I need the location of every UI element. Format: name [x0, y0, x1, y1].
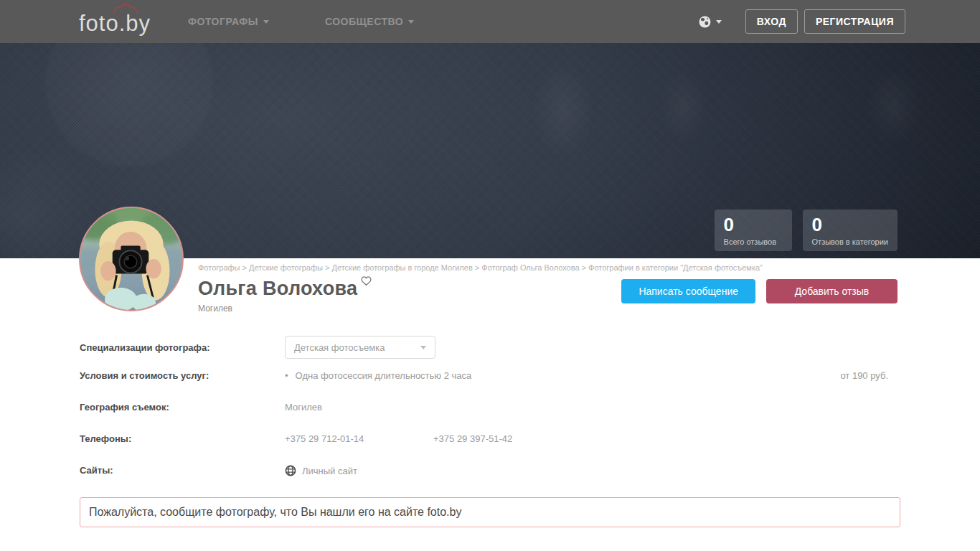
stat-label: Всего отзывов [724, 237, 783, 246]
detail-row-phones: Телефоны: +375 29 712-01-14 +375 29 397-… [80, 433, 900, 444]
register-button[interactable]: РЕГИСТРАЦИЯ [804, 9, 905, 34]
site-link-label: Личный сайт [302, 466, 357, 476]
detail-row-specializations: Специализации фотографа: Детская фотосъе… [80, 336, 900, 359]
detail-row-geography: География съемок: Могилев [80, 402, 900, 413]
navbar: foto.by ФОТОГРАФЫ СООБЩЕСТВО ВХОД РЕГИСТ… [0, 0, 980, 43]
specialization-select[interactable]: Детская фотосъемка [285, 336, 435, 359]
navbar-right: ВХОД РЕГИСТРАЦИЯ [698, 9, 905, 34]
bullet-icon: • [285, 370, 288, 381]
nav-item-photographers[interactable]: ФОТОГРАФЫ [188, 16, 269, 27]
avatar-photo [80, 208, 182, 310]
globe-icon [285, 465, 296, 476]
selected-option: Детская фотосъемка [294, 342, 385, 353]
chevron-down-icon [420, 346, 426, 349]
chevron-down-icon [408, 20, 414, 24]
nav-item-community[interactable]: СООБЩЕСТВО [325, 16, 414, 27]
notice-banner: Пожалуйста, сообщите фотографу, что Вы н… [80, 497, 900, 527]
profile-identity: Ольга Волохова Могилев [198, 278, 373, 314]
nav-item-label: ФОТОГРАФЫ [188, 16, 258, 27]
review-stats: 0 Всего отзывов 0 Отзывов в категории [715, 209, 897, 251]
nav-item-label: СООБЩЕСТВО [325, 16, 403, 27]
detail-label: Сайты: [80, 465, 285, 476]
stat-label: Отзывов в категории [812, 237, 888, 246]
language-selector[interactable] [698, 15, 722, 29]
globe-icon [698, 15, 712, 29]
main-nav: ФОТОГРАФЫ СООБЩЕСТВО [188, 16, 414, 27]
geography-value: Могилев [285, 402, 322, 413]
detail-label: Телефоны: [80, 433, 285, 444]
breadcrumb[interactable]: Фотографы > Детские фотографы > Детские … [198, 263, 900, 272]
detail-row-sites: Сайты: Личный сайт [80, 465, 900, 476]
favorite-heart-icon[interactable] [359, 276, 373, 290]
profile-header: Ольга Волохова Могилев Написать сообщени… [198, 278, 900, 314]
hero-banner: 0 Всего отзывов 0 Отзывов в категории [0, 43, 980, 258]
chevron-down-icon [263, 20, 269, 24]
chevron-down-icon [716, 20, 722, 24]
profile-actions: Написать сообщение Добавить отзыв [621, 279, 897, 303]
login-button[interactable]: ВХОД [745, 9, 798, 34]
site-logo[interactable]: foto.by [79, 6, 151, 37]
detail-label: Специализации фотографа: [80, 342, 285, 353]
detail-label: Условия и стоимость услуг: [80, 370, 285, 381]
profile-avatar[interactable] [79, 207, 184, 311]
pricing-item: Одна фотосессия длительностью 2 часа [296, 370, 472, 381]
send-message-button[interactable]: Написать сообщение [621, 279, 755, 303]
personal-site-link[interactable]: Личный сайт [285, 465, 357, 476]
profile-details: Специализации фотографа: Детская фотосъе… [80, 336, 900, 476]
stat-category-reviews: 0 Отзывов в категории [803, 209, 897, 251]
add-review-button[interactable]: Добавить отзыв [766, 279, 897, 303]
detail-row-pricing: Условия и стоимость услуг: • Одна фотосе… [80, 370, 900, 381]
stat-value: 0 [724, 215, 783, 234]
page-title: Ольга Волохова [198, 278, 357, 298]
stat-total-reviews: 0 Всего отзывов [715, 209, 792, 251]
logo-text: foto.by [79, 11, 151, 36]
camera-logo-icon [112, 4, 139, 14]
pricing-price: от 190 руб. [840, 370, 888, 381]
phone-number: +375 29 712-01-14 [285, 433, 433, 444]
profile-city: Могилев [198, 303, 373, 314]
phone-number: +375 29 397-51-42 [433, 433, 512, 444]
detail-label: География съемок: [80, 402, 285, 413]
stat-value: 0 [812, 215, 888, 234]
